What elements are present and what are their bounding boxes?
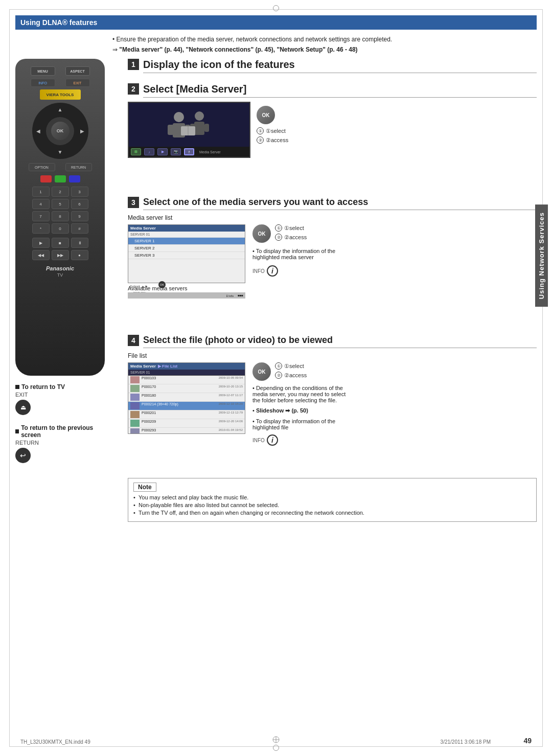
exit-icon: ⏏	[20, 404, 26, 411]
viera-tools-button[interactable]: VIERA TOOLS	[40, 89, 81, 100]
num-1[interactable]: 1	[32, 187, 50, 197]
thumb-1	[130, 385, 140, 392]
return-prev-title: To return to the previous screen	[15, 424, 105, 439]
step3-ok-indicator: OK ① ①select ② ②access	[252, 224, 355, 243]
num-star[interactable]: *	[32, 223, 50, 234]
step3-title: Select one of the media servers you want…	[143, 197, 537, 210]
select-note: ① ①select	[257, 127, 288, 134]
color-buttons	[40, 175, 80, 182]
step2-header: 2 Select [Media Server]	[128, 83, 537, 98]
return-icon: ↩	[20, 451, 26, 460]
ok-circle-icon: OK	[257, 106, 275, 124]
svg-rect-5	[194, 122, 204, 135]
ok-button[interactable]: OK	[51, 122, 70, 140]
num-8[interactable]: 8	[52, 211, 69, 221]
return-button-icon[interactable]: ↩	[15, 448, 31, 463]
intro-bullet2: ⇒ "Media server" (p. 44), "Network conne…	[112, 45, 532, 54]
square-icon2	[15, 429, 19, 433]
num-6[interactable]: 6	[71, 199, 88, 209]
fls-row-0: P000103 2009-10-05 09:54	[128, 376, 245, 384]
return-to-tv-section: To return to TV EXIT ⏏	[15, 383, 105, 415]
rew-btn[interactable]: ◀◀	[32, 250, 50, 260]
fls-subheader: SERVER 01	[128, 370, 245, 376]
reg-mark-bottom	[272, 736, 280, 744]
bullet-dot3: •	[252, 248, 256, 254]
green-button[interactable]	[55, 175, 66, 182]
info-label-text4: INFO	[252, 438, 265, 443]
step3-select-note: ① ①select ② ②access	[275, 224, 307, 241]
step4-block: 4 Select the file (photo or video) to be…	[128, 335, 537, 446]
num-2[interactable]: 2	[52, 187, 69, 197]
step4-title: Select the file (photo or video) to be v…	[143, 335, 537, 348]
main-content: 1 Display the icon of the features 2 Sel…	[110, 59, 537, 736]
step4-right: OK ① ①select ② ②access • Depend	[252, 362, 355, 446]
footer-right: 3/21/2011 3:06:18 PM	[441, 739, 491, 745]
note-item-3: Turn the TV off, and then on again when …	[133, 510, 531, 516]
svg-point-4	[195, 111, 204, 121]
return-to-tv-title: To return to TV	[15, 383, 105, 391]
option-button[interactable]: OPTION	[29, 163, 55, 171]
aspect-button[interactable]: ASPECT	[65, 66, 90, 76]
pause-btn[interactable]: ⏸	[71, 238, 88, 248]
step3-number: 3	[128, 197, 139, 208]
option-return-row: OPTION RETURN	[29, 163, 92, 171]
step2-screen: ⊞ ♪ ▶ 📷 f Media Server	[128, 102, 250, 158]
dpad-down[interactable]: ▼	[58, 149, 63, 155]
info-label-text: INFO	[252, 268, 265, 274]
blue-button[interactable]	[69, 175, 80, 182]
side-label: Using Network Services	[535, 204, 548, 307]
rec-btn[interactable]: ●	[71, 250, 88, 260]
bullet-dot: •	[112, 36, 114, 43]
info-icon-step3: i	[267, 265, 278, 277]
dpad-inner: OK	[46, 117, 74, 145]
dlna-header-bar: Using DLNA® features	[15, 15, 537, 30]
ok-circle-step3: OK	[252, 224, 271, 243]
menu-button[interactable]: MENU	[31, 66, 55, 76]
num-5[interactable]: 5	[52, 199, 69, 209]
footer-center	[272, 736, 280, 745]
fwd-btn[interactable]: ▶▶	[52, 250, 69, 260]
num-4[interactable]: 4	[32, 199, 50, 209]
bullet-step4-1: •	[252, 385, 256, 391]
fls-row-1: P000170 2009-10-20 13:15	[128, 384, 245, 393]
fls-row-3: P000214 (36×40 720p) 2009-12-10 15:20	[128, 402, 245, 410]
thumb-0	[130, 376, 140, 383]
dpad-up[interactable]: ▲	[58, 107, 63, 112]
menu-icon4: 📷	[171, 148, 181, 155]
thumb-4	[130, 411, 140, 418]
num-0[interactable]: 0	[52, 223, 69, 234]
num-hash[interactable]: #	[71, 223, 88, 234]
screen-menu-bar: ⊞ ♪ ▶ 📷 f Media Server	[129, 147, 249, 157]
square-icon	[15, 385, 19, 389]
num-3[interactable]: 3	[71, 187, 88, 197]
step3-header: 3 Select one of the media servers you wa…	[128, 197, 537, 210]
file-list-label: File list	[128, 352, 537, 359]
dpad-outer: ▲ ▼ ◀ ▶ OK	[32, 103, 88, 159]
red-button[interactable]	[40, 175, 52, 182]
person-illustration	[129, 103, 249, 147]
remote-model: TV	[57, 272, 63, 278]
exit-button[interactable]: EXIT	[65, 79, 90, 87]
bullet-step4-3: •	[252, 418, 256, 424]
file-list-screen: Media Server ▶ File List SERVER 01 P0001…	[128, 362, 245, 434]
dpad-right[interactable]: ▶	[80, 128, 84, 134]
stop-btn[interactable]: ■	[52, 238, 69, 248]
thumb-6	[130, 428, 140, 434]
svg-point-0	[174, 112, 184, 122]
play-btn[interactable]: ▶	[32, 238, 50, 248]
fls-row-6: P000293 2010-01-04 19:52	[128, 428, 245, 434]
dpad-left[interactable]: ◀	[36, 128, 40, 134]
info-button[interactable]: INFO	[31, 79, 55, 87]
menu-icon2: ♪	[144, 148, 154, 155]
num-7[interactable]: 7	[32, 211, 50, 221]
step4-header: 4 Select the file (photo or video) to be…	[128, 335, 537, 348]
dlna-header-title: Using DLNA® features	[20, 18, 97, 27]
step1-block: 1 Display the icon of the features	[128, 59, 537, 77]
menu-icon3: ▶	[157, 148, 168, 155]
return-button[interactable]: RETURN	[65, 163, 92, 171]
exit-button-icon[interactable]: ⏏	[15, 400, 31, 415]
num-9[interactable]: 9	[71, 211, 88, 221]
step4-select-note: ① ①select ② ②access	[275, 362, 307, 379]
media-server-list-label: Media server list	[128, 214, 537, 221]
step1-title: Display the icon of the features	[143, 59, 537, 73]
